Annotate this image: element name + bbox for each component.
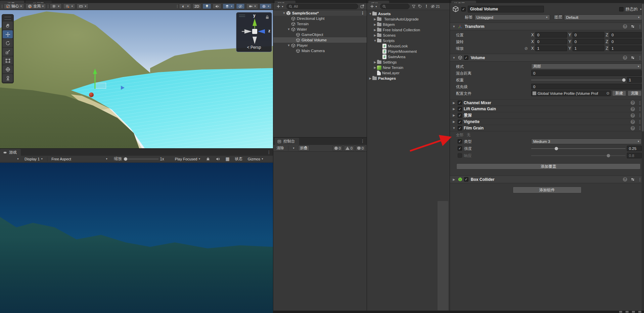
toolbar-grip[interactable]: || [47, 4, 48, 8]
gizmo-x-axis[interactable] [242, 29, 252, 34]
help-icon[interactable]: ? [623, 177, 627, 182]
console-menu-kebab-icon[interactable]: ⋮ [361, 139, 365, 144]
console-collapse-button[interactable]: 折叠 [298, 145, 310, 151]
project-item[interactable]: NewLayer [367, 70, 450, 76]
project-item-packages[interactable]: ▶ Packages [367, 76, 450, 81]
create-asset-button[interactable]: ▼ [369, 4, 378, 9]
blend-distance-field[interactable]: 0 [531, 70, 642, 76]
help-icon[interactable]: ? [631, 120, 635, 124]
override-film-grain[interactable]: ▼✓ Film Grain ? ⋮ [450, 125, 644, 131]
scale-x-field[interactable]: 1 [535, 45, 567, 51]
display-dropdown[interactable]: Display 1▼ [22, 156, 45, 162]
effects-toggle-button[interactable]: ▼ [223, 3, 235, 9]
override-checkbox[interactable]: ✓ [458, 101, 462, 105]
override-checkbox[interactable]: ✓ [458, 120, 462, 124]
project-item[interactable]: # SwimArea [367, 54, 450, 60]
project-item[interactable]: # PlayerMovement [367, 49, 450, 54]
tab-hierarchy[interactable]: 层级 [275, 1, 295, 3]
help-icon[interactable]: ? [623, 24, 627, 29]
add-override-button[interactable]: 添加覆盖 [456, 163, 641, 169]
orientation-gizmo[interactable]: ———— y z [236, 12, 272, 52]
scene-camera-button[interactable]: ▼ [246, 3, 258, 9]
increment-snap-button[interactable]: ▼ [77, 3, 89, 9]
console-warning-count[interactable]: 0 [344, 146, 354, 151]
hierarchy-item[interactable]: ▼ Player [273, 43, 367, 48]
weight-slider[interactable] [531, 77, 626, 83]
constrain-proportions-icon[interactable]: ⊘ [524, 46, 528, 51]
volume-mode-dropdown[interactable]: 局部▼ [531, 64, 642, 69]
hierarchy-item[interactable]: Main Camera [273, 48, 367, 53]
film-grain-type-dropdown[interactable]: Medium 3▼ [531, 139, 642, 144]
handle-space-button[interactable]: 全局▼ [26, 3, 46, 9]
gizmo-persp-label[interactable]: < Persp [236, 45, 272, 50]
hierarchy-item-selected[interactable]: Global Volume [273, 37, 367, 43]
grid-visibility-button[interactable]: ▼ [50, 3, 62, 9]
rect-tool-button[interactable] [3, 56, 13, 65]
transform-header[interactable]: ▼ Transform ? ⋮ [450, 23, 644, 30]
rotate-tool-button[interactable] [3, 39, 13, 47]
add-component-button[interactable]: 添加组件 [513, 187, 582, 193]
project-item[interactable]: ▶ Settings [367, 60, 450, 65]
project-item[interactable]: ▶ New Terrain [367, 65, 450, 70]
object-name-field[interactable]: Global Volume [468, 6, 544, 12]
scale-z-field[interactable]: 1 [609, 45, 642, 51]
override-lift-gamma-gain[interactable]: ▶✓ Lift Gamma Gain ? ⋮ [450, 106, 644, 112]
rotation-x-field[interactable]: 0 [535, 39, 567, 44]
response-slider[interactable] [531, 153, 626, 158]
search-by-label-icon[interactable] [418, 4, 422, 9]
hierarchy-item-scene[interactable]: ▼ SampleScene* ⋮ [273, 10, 367, 16]
help-icon[interactable]: ? [631, 107, 635, 111]
game-menu-kebab-icon[interactable]: ⋮ [267, 150, 271, 155]
hierarchy-search[interactable] [286, 4, 358, 9]
audio-toggle-button[interactable] [213, 3, 221, 9]
profile-clone-button[interactable]: 克隆 [628, 90, 642, 96]
override-channel-mixer[interactable]: ▶✓ Channel Mixer ? ⋮ [450, 100, 644, 106]
hierarchy-search-input[interactable] [294, 4, 356, 8]
override-depth-of-field[interactable]: ▶✓ 景深 ? ⋮ [450, 112, 644, 119]
gameobject-cube-icon[interactable] [452, 5, 459, 13]
tab-project[interactable]: 项目 [368, 1, 389, 3]
lock-icon[interactable] [266, 15, 269, 19]
volume-header[interactable]: ▼ ✓ Volume ? ⋮ [450, 54, 644, 62]
collider-enabled-checkbox[interactable]: ✓ [464, 177, 468, 182]
intensity-slider[interactable] [531, 146, 626, 151]
hidden-packages-toggle[interactable]: 21 [430, 4, 440, 9]
help-icon[interactable]: ? [631, 101, 635, 105]
game-view-mode-dropdown[interactable]: ▼ [15, 156, 21, 162]
transform-tool-button[interactable] [3, 65, 13, 73]
snap-settings-button[interactable]: ▼ [63, 3, 75, 9]
none-link[interactable]: 无 [467, 132, 470, 138]
hand-tool-button[interactable] [3, 22, 13, 30]
all-link[interactable]: 全部 [456, 132, 463, 138]
position-z-field[interactable]: 0 [609, 32, 642, 38]
scale-tool-button[interactable] [3, 48, 13, 56]
vsync-grid-button[interactable]: ▦ [223, 156, 231, 162]
game-zoom-slider[interactable] [123, 156, 158, 162]
custom-tool-button[interactable] [3, 74, 13, 82]
console-log-area[interactable] [273, 152, 367, 313]
scene-viewport[interactable]: ———— ———— [0, 10, 273, 148]
toolbar-grip[interactable]: || [1, 4, 2, 8]
tab-console[interactable]: 控制台 [275, 138, 299, 145]
game-viewport[interactable] [0, 163, 273, 313]
project-item[interactable]: ▶ Scenes [367, 33, 450, 38]
intensity-override-checkbox[interactable]: ✓ [458, 146, 462, 151]
move-tool-button[interactable] [3, 30, 13, 38]
profile-object-field[interactable]: Global Volume Profile (Volume Prof ⊙ [531, 90, 611, 96]
console-info-count[interactable]: 0 [333, 146, 342, 151]
response-field[interactable]: 0.8 [627, 153, 642, 158]
gizmo-y-axis[interactable] [252, 18, 257, 29]
2d-toggle-button[interactable]: 2D [192, 3, 201, 9]
hierarchy-item[interactable]: Terrain [273, 21, 367, 27]
project-item[interactable]: ▶ Free Island Collection [367, 27, 450, 33]
override-vignette[interactable]: ▶✓ Vignette ? ⋮ [450, 119, 644, 125]
type-override-checkbox[interactable]: ✓ [458, 139, 462, 144]
open-editor-icon[interactable] [360, 4, 365, 9]
presets-icon[interactable] [630, 55, 635, 60]
project-item[interactable]: ▶ TerrainAutoUpgrade [367, 16, 450, 22]
stats-button[interactable]: 状态 [233, 156, 244, 162]
gizmos-nav-button[interactable]: ⊕ ▼ [260, 3, 272, 9]
scene-menu-kebab-icon[interactable]: ⋮ [361, 11, 365, 15]
tab-animator[interactable]: 动画器 [26, 1, 52, 3]
rotation-y-field[interactable]: 0 [572, 39, 604, 44]
